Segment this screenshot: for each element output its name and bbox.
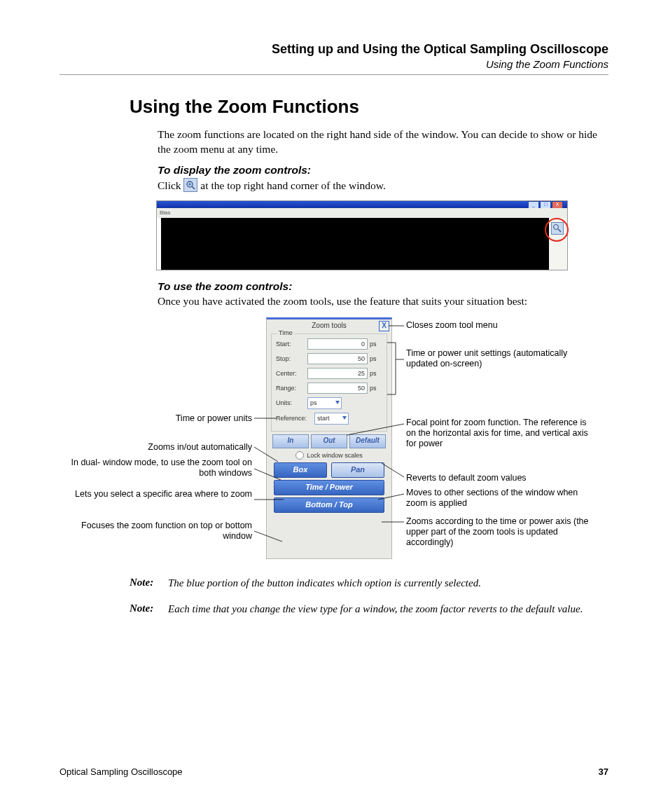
note-1-text: The blue portion of the button indicates… [168, 577, 608, 591]
highlight-circle [545, 218, 569, 242]
note-2: Note: Each time that you change the view… [130, 603, 608, 617]
svg-line-1 [192, 186, 195, 189]
intro-text: The zoom functions are located on the ri… [158, 128, 608, 157]
display-heading: To display the zoom controls: [158, 164, 608, 177]
callout-units: Time or power units [60, 413, 252, 424]
lock-scales-option[interactable]: Lock window scales [267, 451, 391, 460]
range-unit: ps [370, 385, 382, 392]
callout-reference: Focal point for zoom function. The refer… [406, 418, 594, 449]
note-1: Note: The blue portion of the button ind… [130, 577, 608, 591]
lock-radio[interactable] [295, 451, 304, 460]
start-label: Start: [276, 340, 305, 347]
footer-doc-title: Optical Sampling Oscilloscope [60, 766, 183, 777]
range-label: Range: [276, 385, 305, 392]
display-instruction: Click at the top right hand corner of th… [158, 178, 608, 193]
time-group: Time Start: 0 ps Stop: 50 ps Center: 25 … [271, 333, 387, 432]
callout-default: Reverts to default zoom values [406, 473, 527, 483]
center-unit: ps [370, 370, 382, 377]
display-post: at the top right hand corner of the wind… [200, 179, 386, 191]
range-input[interactable]: 50 [307, 383, 368, 394]
units-label: Units: [276, 399, 305, 406]
use-text: Once you have activated the zoom tools, … [158, 294, 608, 309]
chapter-title: Setting up and Using the Optical Samplin… [60, 42, 608, 57]
note-label: Note: [130, 577, 168, 591]
callout-settings: Time or power unit settings (automatical… [406, 348, 581, 369]
screenshot-window: _ □ X Blas [156, 200, 568, 270]
callout-pan: Moves to other sections of the window wh… [406, 488, 581, 509]
default-button[interactable]: Default [349, 434, 386, 448]
scope-display [161, 218, 549, 270]
callout-bottomtop: Focuses the zoom function on top or bott… [60, 521, 252, 542]
callout-auto: Zooms in/out automatically [60, 442, 252, 453]
zoom-tools-diagram: Zoom tools X Time Start: 0 ps Stop: 50 p… [60, 317, 608, 564]
start-unit: ps [370, 340, 382, 347]
stop-label: Stop: [276, 355, 305, 362]
stop-input[interactable]: 50 [307, 353, 368, 364]
page-number: 37 [599, 766, 608, 777]
stop-unit: ps [370, 355, 382, 362]
callout-close: Closes zoom tool menu [406, 320, 498, 331]
reference-select[interactable]: start [314, 413, 349, 425]
zoom-in-button[interactable]: In [272, 434, 309, 448]
section-subtitle: Using the Zoom Functions [60, 58, 608, 70]
panel-close-button[interactable]: X [379, 321, 389, 331]
callout-timepower: Zooms according to the time or power axi… [406, 516, 606, 548]
pan-button[interactable]: Pan [331, 462, 384, 478]
note-label: Note: [130, 603, 168, 617]
divider [60, 74, 608, 75]
box-button[interactable]: Box [274, 462, 327, 478]
zoom-out-button[interactable]: Out [311, 434, 347, 448]
display-pre: Click [158, 179, 183, 191]
menubar: Blas [157, 208, 567, 218]
center-input[interactable]: 25 [307, 368, 368, 379]
panel-title: Zoom tools [312, 322, 346, 329]
page-title: Using the Zoom Functions [130, 96, 608, 118]
bottom-top-button[interactable]: Bottom / Top [274, 497, 384, 513]
note-2-text: Each time that you change the view type … [168, 603, 608, 617]
use-heading: To use the zoom controls: [158, 280, 608, 293]
units-select[interactable]: ps [307, 397, 342, 409]
callout-dual: In dual- window mode, to use the zoom to… [60, 457, 252, 479]
time-legend: Time [277, 329, 294, 336]
reference-label: Reference: [276, 415, 312, 422]
start-input[interactable]: 0 [307, 338, 368, 350]
zoom-icon [183, 178, 197, 192]
lock-label: Lock window scales [307, 452, 363, 459]
callout-box: Lets you select a specific area where to… [60, 489, 252, 500]
center-label: Center: [276, 370, 305, 377]
zoom-tools-panel: Zoom tools X Time Start: 0 ps Stop: 50 p… [266, 317, 392, 559]
time-power-button[interactable]: Time / Power [274, 480, 384, 495]
titlebar [157, 201, 567, 208]
